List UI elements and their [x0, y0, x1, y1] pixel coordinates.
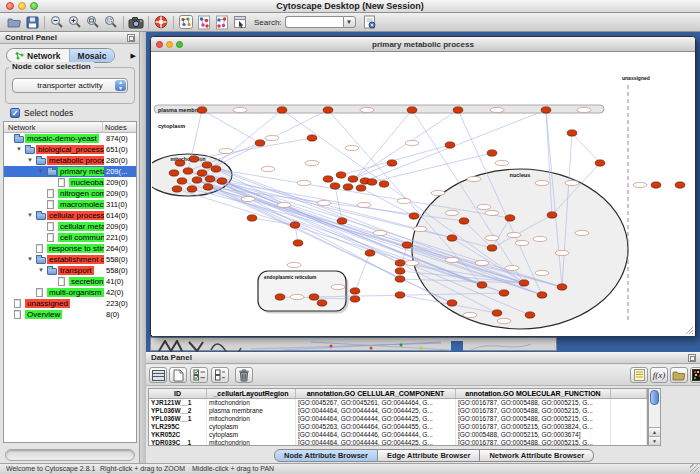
tree-row[interactable]: ▼cellular process614(0)	[4, 210, 136, 221]
table-row[interactable]: YKR052Ccytoplasm[GO:0044464, GO:0044446,…	[149, 431, 647, 439]
close-button[interactable]	[6, 2, 14, 10]
attribute-browser-button[interactable]	[231, 14, 249, 30]
tab-network[interactable]: Network	[7, 49, 69, 62]
open-folder-icon	[7, 16, 22, 29]
background-window-strip[interactable]	[150, 337, 557, 351]
minimize-button[interactable]	[18, 2, 26, 10]
float-panel-icon[interactable]	[127, 34, 135, 42]
table-cell: [GO:0044464, GO:0044446, GO:0044444, G..…	[296, 431, 456, 439]
tree-row[interactable]: response to stimulus264(0)	[4, 243, 136, 254]
network-close-button[interactable]	[156, 41, 163, 48]
zoom-fit-button[interactable]	[84, 14, 102, 30]
select-nodes-checkbox[interactable]: ✓	[10, 108, 20, 118]
tree-row[interactable]: ▼metabolic process280(0)	[4, 155, 136, 166]
network-overview-button[interactable]	[177, 14, 195, 30]
attribute-table-body: YJR121W__1mitochondrion[GO:0045267, GO:0…	[149, 399, 647, 446]
tab-network-attribute-browser[interactable]: Network Attribute Browser	[480, 449, 594, 462]
resize-grip[interactable]	[690, 464, 699, 473]
zoom-out-button[interactable]	[48, 14, 66, 30]
zoom-selected-button[interactable]	[102, 14, 120, 30]
search-options-button[interactable]	[361, 14, 379, 30]
tree-row[interactable]: nitrogen compound met209(0)	[4, 188, 136, 199]
open-session-button[interactable]	[5, 14, 23, 30]
attribute-list-button[interactable]	[630, 367, 648, 383]
lifering-icon	[154, 15, 168, 29]
apply-layout-button[interactable]	[195, 14, 213, 30]
expand-arrow-icon[interactable]: ▼	[27, 256, 33, 263]
file-icon	[36, 244, 43, 253]
save-session-button[interactable]	[23, 14, 41, 30]
tab-mosaic[interactable]: Mosaic	[69, 49, 115, 62]
import-attributes-button[interactable]	[670, 367, 688, 383]
table-row[interactable]: YDR039C__1mitochondrion[GO:0044464, GO:0…	[149, 439, 647, 446]
tree-row[interactable]: ▼transport558(0)	[4, 265, 136, 276]
delete-attribute-button[interactable]	[235, 367, 253, 383]
float-panel-icon[interactable]	[688, 354, 696, 362]
expand-arrow-icon[interactable]: ▼	[38, 267, 44, 274]
search-dropdown-arrow[interactable]: ▼	[343, 16, 356, 28]
table-cell: [GO:0045267, GO:0045261, GO:0044464, G..…	[296, 399, 456, 407]
attribute-table-header: ID_cellularLayoutRegionannotation.GO CEL…	[149, 389, 647, 399]
select-all-attributes-button[interactable]	[190, 367, 208, 383]
tree-row[interactable]: ▼biological_process651(0)	[4, 144, 136, 155]
tree-row[interactable]: Overview8(0)	[4, 309, 136, 320]
tree-row[interactable]: ▼establishment of localiz558(0)	[4, 254, 136, 265]
zoom-button[interactable]	[30, 2, 38, 10]
zoom-in-button[interactable]	[66, 14, 84, 30]
tree-row[interactable]: ▼primary metabolic process209(...	[4, 166, 136, 177]
table-column-filler	[611, 389, 647, 398]
table-column-header[interactable]: annotation.GO CELLULAR_COMPONENT	[296, 389, 456, 398]
apply-layout-alt-button[interactable]	[213, 14, 231, 30]
tree-row[interactable]: multi-organism process42(0)	[4, 287, 136, 298]
save-disk-icon	[26, 16, 39, 29]
scroll-up-button[interactable]: ▲	[649, 427, 660, 436]
network-minimize-button[interactable]	[166, 41, 173, 48]
help-button[interactable]	[152, 14, 170, 30]
network-canvas[interactable]: plasma membranecytoplasmmitochondrionnuc…	[152, 53, 695, 336]
attribute-table-button[interactable]	[149, 367, 167, 383]
table-scrollbar[interactable]: ▲ ▼	[648, 388, 661, 446]
table-row[interactable]: YJR121W__1mitochondrion[GO:0045267, GO:0…	[149, 399, 647, 407]
matrix-view-button[interactable]	[690, 367, 700, 383]
search-input[interactable]	[285, 16, 343, 28]
tree-row[interactable]: secretion41(0)	[4, 276, 136, 287]
formula-builder-button[interactable]: f(x)	[650, 367, 668, 383]
file-icon	[47, 200, 54, 209]
expand-arrow-icon[interactable]: ▼	[38, 168, 44, 175]
expand-arrow-icon[interactable]: ▼	[27, 157, 33, 164]
table-cell: plasma membrane	[207, 407, 296, 415]
tree-row[interactable]: cellular metabolic proce209(0)	[4, 221, 136, 232]
combo-stepper-icon: ▲▼	[115, 80, 126, 91]
node-color-attribute-select[interactable]: transporter activity ▲▼	[12, 78, 128, 93]
table-cell-empty	[611, 439, 647, 446]
unselect-all-attributes-button[interactable]	[211, 367, 229, 383]
table-row[interactable]: YLR295Ccytoplasm[GO:0045263, GO:0044464,…	[149, 423, 647, 431]
scrollbar-thumb[interactable]	[650, 390, 659, 405]
tree-row[interactable]: unassigned223(0)	[4, 298, 136, 309]
tree-row-label: secretion	[69, 277, 105, 286]
attribute-table: ID_cellularLayoutRegionannotation.GO CEL…	[148, 388, 648, 446]
network-zoom-button[interactable]	[176, 41, 183, 48]
snapshot-button[interactable]	[127, 14, 145, 30]
expand-arrow-icon[interactable]: ▼	[27, 212, 33, 219]
expand-arrow-icon[interactable]: ▼	[16, 146, 22, 153]
new-attribute-button[interactable]	[169, 367, 187, 383]
scroll-down-button[interactable]: ▼	[649, 436, 660, 445]
tree-row[interactable]: mosaic-demo-yeast874(0)	[4, 133, 136, 144]
table-column-header[interactable]: annotation.GO MOLECULAR_FUNCTION	[456, 389, 611, 398]
open-folder-icon	[672, 370, 686, 381]
tree-row[interactable]: nucleobase-containing c209(0)	[4, 177, 136, 188]
table-column-header[interactable]: _cellularLayoutRegion	[207, 389, 296, 398]
network-view-window[interactable]: primary metabolic process plasma membran…	[150, 36, 696, 336]
table-row[interactable]: YPL036W__2plasma membrane[GO:0044464, GO…	[149, 407, 647, 415]
table-row[interactable]: YPL036W__1mitochondrion[GO:0044464, GO:0…	[149, 415, 647, 423]
tab-node-attribute-browser[interactable]: Node Attribute Browser	[274, 449, 378, 462]
table-cell-empty	[611, 415, 647, 423]
more-tabs-arrow[interactable]: ▶	[131, 52, 136, 60]
tree-row[interactable]: macromolecule metabol311(0)	[4, 199, 136, 210]
table-column-header[interactable]: ID	[149, 389, 207, 398]
tree-row[interactable]: cell communication221(0)	[4, 232, 136, 243]
tab-edge-attribute-browser[interactable]: Edge Attribute Browser	[378, 449, 480, 462]
table-cell: [GO:0005488, GO:0005215, GO:0003674]	[456, 431, 611, 439]
network-window-titlebar[interactable]: primary metabolic process	[151, 37, 695, 52]
